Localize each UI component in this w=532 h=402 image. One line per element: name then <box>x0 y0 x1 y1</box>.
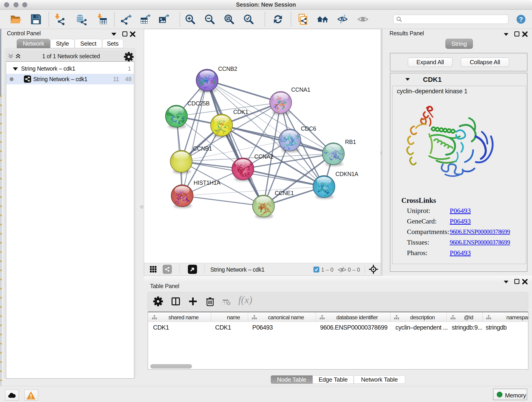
svg-text:CDC6: CDC6 <box>301 125 316 132</box>
svg-text:CDKN1A: CDKN1A <box>336 171 358 177</box>
svg-text:?: ? <box>519 16 523 23</box>
svg-text:CCNA2: CCNA2 <box>254 153 273 160</box>
svg-text:CDK1: CDK1 <box>233 109 248 115</box>
svg-text:RB1: RB1 <box>345 139 356 145</box>
svg-text:HIST1H1A: HIST1H1A <box>194 179 221 186</box>
svg-text:CCNB1: CCNB1 <box>193 145 212 152</box>
svg-text:CCNB2: CCNB2 <box>218 65 237 72</box>
svg-text:CCNA1: CCNA1 <box>291 86 310 93</box>
svg-text:CDC25B: CDC25B <box>187 100 210 107</box>
svg-text:CCNE1: CCNE1 <box>275 190 294 196</box>
